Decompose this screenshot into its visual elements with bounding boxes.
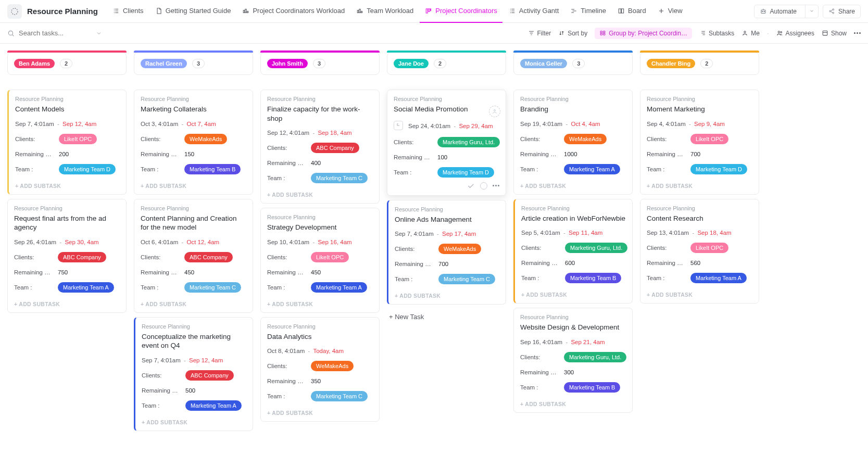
card-project: Resource Planning (267, 96, 373, 102)
add-subtask-button[interactable]: + ADD SUBTASK (521, 286, 626, 303)
card-actions (394, 178, 499, 195)
new-task-button[interactable]: + New Task (387, 309, 506, 321)
task-card[interactable]: Resource PlanningContent Planning and Cr… (134, 199, 253, 313)
task-card[interactable]: Resource PlanningRequest final arts from… (7, 199, 127, 313)
task-card[interactable]: Resource PlanningContent ResearchSep 13,… (640, 199, 759, 304)
add-subtask-button[interactable]: + ADD SUBTASK (647, 286, 752, 303)
sort-button[interactable]: Sort by (558, 30, 587, 37)
column-header[interactable]: John Smith3 (260, 52, 380, 75)
more-icon[interactable] (854, 32, 861, 34)
team-pill[interactable]: Marketing Team A (311, 282, 367, 293)
team-pill[interactable]: Marketing Team B (564, 382, 620, 393)
task-card[interactable]: Resource PlanningData AnalyticsOct 8, 4:… (260, 317, 380, 422)
team-pill[interactable]: Marketing Team C (184, 282, 241, 293)
card-title: Content Planning and Creation for the ne… (141, 214, 246, 232)
add-subtask-button[interactable]: + ADD SUBTASK (267, 296, 373, 312)
team-pill[interactable]: Marketing Team B (565, 273, 621, 283)
task-card[interactable]: Resource PlanningStrategy DevelopmentSep… (260, 208, 380, 313)
add-subtask-button[interactable]: + ADD SUBTASK (15, 178, 120, 194)
task-card[interactable]: Resource PlanningBrandingSep 19, 4:01am … (513, 90, 633, 195)
task-card[interactable]: Resource PlanningMoment MarketingSep 4, … (640, 90, 759, 195)
task-card[interactable]: Resource PlanningOnline Ads ManagementSe… (387, 200, 506, 305)
team-pill[interactable]: Marketing Team A (185, 400, 242, 411)
add-subtask-button[interactable]: + ADD SUBTASK (520, 396, 626, 412)
client-pill[interactable]: LikeIt OPC (690, 134, 728, 144)
automate-button[interactable]: Automate (754, 5, 819, 18)
client-pill[interactable]: WeMakeAds (184, 134, 227, 144)
column-header[interactable]: Ben Adams2 (7, 52, 127, 75)
team-pill[interactable]: Marketing Team A (564, 164, 620, 174)
add-subtask-button[interactable]: + ADD SUBTASK (647, 178, 752, 194)
card-dates: Sep 16, 4:01am - Sep 21, 4am (520, 339, 626, 345)
task-card[interactable]: Resource PlanningSocial Media PromotionS… (387, 90, 506, 196)
column-header[interactable]: Chandler Bing2 (640, 52, 759, 75)
task-card[interactable]: Resource PlanningMarketing CollateralsOc… (134, 90, 253, 195)
task-card[interactable]: Resource PlanningArticle creation in Web… (513, 199, 633, 304)
add-subtask-button[interactable]: + ADD SUBTASK (520, 178, 626, 194)
me-button[interactable]: Me (741, 30, 760, 37)
client-pill[interactable]: Marketing Guru, Ltd. (564, 352, 626, 362)
view-tab[interactable]: Activity Gantt (504, 0, 564, 23)
client-pill[interactable]: LikeIt OPC (690, 243, 728, 253)
view-tab[interactable]: Board (612, 0, 651, 23)
client-pill[interactable]: ABC Company (58, 252, 106, 262)
view-tab-label: Project Coordinators (435, 7, 497, 15)
chevron-down-icon[interactable] (96, 30, 102, 36)
add-subtask-button[interactable]: + ADD SUBTASK (141, 296, 246, 312)
show-button[interactable]: Show (822, 30, 847, 37)
client-pill[interactable]: Marketing Guru, Ltd. (437, 137, 500, 147)
add-subtask-button[interactable]: + ADD SUBTASK (14, 296, 120, 312)
filter-button[interactable]: Filter (528, 30, 551, 37)
card-title: Moment Marketing (647, 105, 752, 114)
view-tab[interactable]: Team Workload (351, 0, 419, 23)
automate-dropdown-icon[interactable] (805, 5, 818, 18)
view-tab[interactable]: Clients (107, 0, 149, 23)
client-pill[interactable]: ABC Company (311, 143, 359, 153)
client-pill[interactable]: WeMakeAds (311, 361, 354, 371)
team-pill[interactable]: Marketing Team C (311, 391, 368, 401)
add-subtask-button[interactable]: + ADD SUBTASK (142, 414, 246, 431)
view-tab[interactable]: Getting Started Guide (150, 0, 236, 23)
client-pill[interactable]: LikeIt OPC (311, 252, 349, 262)
client-pill[interactable]: Marketing Guru, Ltd. (565, 243, 627, 253)
task-card[interactable]: Resource PlanningConceptualize the marke… (134, 317, 253, 431)
add-subtask-button[interactable]: + ADD SUBTASK (267, 186, 373, 203)
client-pill[interactable]: WeMakeAds (438, 244, 481, 254)
team-pill[interactable]: Marketing Team D (59, 164, 116, 174)
task-card[interactable]: Resource PlanningWebsite Design & Develo… (513, 308, 633, 413)
assignee-placeholder-icon[interactable] (489, 106, 500, 117)
client-pill[interactable]: WeMakeAds (564, 134, 607, 144)
client-pill[interactable]: LikeIt OPC (59, 134, 97, 144)
team-pill[interactable]: Marketing Team A (690, 273, 747, 283)
status-circle-icon[interactable] (480, 182, 487, 190)
view-tabs: ClientsGetting Started GuideProject Coor… (107, 0, 752, 23)
view-tab[interactable]: Project Coordinators (420, 0, 502, 23)
board-column: Rachel Green3Resource PlanningMarketing … (134, 52, 253, 435)
add-subtask-button[interactable]: + ADD SUBTASK (267, 405, 373, 421)
client-pill[interactable]: ABC Company (184, 252, 233, 262)
view-tab[interactable]: Project Coordinators Workload (237, 0, 350, 23)
column-header[interactable]: Rachel Green3 (134, 52, 253, 75)
add-subtask-button[interactable]: + ADD SUBTASK (395, 287, 499, 304)
team-pill[interactable]: Marketing Team C (438, 274, 495, 284)
group-by-button[interactable]: Group by: Project Coordin… (595, 28, 692, 39)
client-pill[interactable]: ABC Company (185, 370, 234, 381)
team-pill[interactable]: Marketing Team C (311, 173, 368, 183)
subtasks-button[interactable]: Subtasks (699, 30, 734, 37)
view-tab[interactable]: Timeline (565, 0, 611, 23)
more-icon[interactable] (493, 185, 499, 186)
task-card[interactable]: Resource PlanningContent ModelsSep 7, 4:… (7, 90, 127, 195)
team-pill[interactable]: Marketing Team D (690, 164, 747, 174)
column-header[interactable]: Monica Geller3 (513, 52, 633, 75)
team-pill[interactable]: Marketing Team B (184, 164, 241, 174)
share-button[interactable]: Share (823, 5, 861, 18)
assignees-button[interactable]: Assignees (776, 30, 814, 37)
team-pill[interactable]: Marketing Team D (437, 167, 494, 178)
add-subtask-button[interactable]: + ADD SUBTASK (141, 178, 246, 194)
column-header[interactable]: Jane Doe2 (387, 52, 506, 75)
check-icon[interactable] (467, 182, 475, 190)
task-card[interactable]: Resource PlanningFinalize capacity for t… (260, 90, 380, 204)
search-input[interactable] (19, 29, 92, 37)
team-pill[interactable]: Marketing Team A (58, 282, 114, 293)
view-tab[interactable]: View (652, 0, 688, 23)
